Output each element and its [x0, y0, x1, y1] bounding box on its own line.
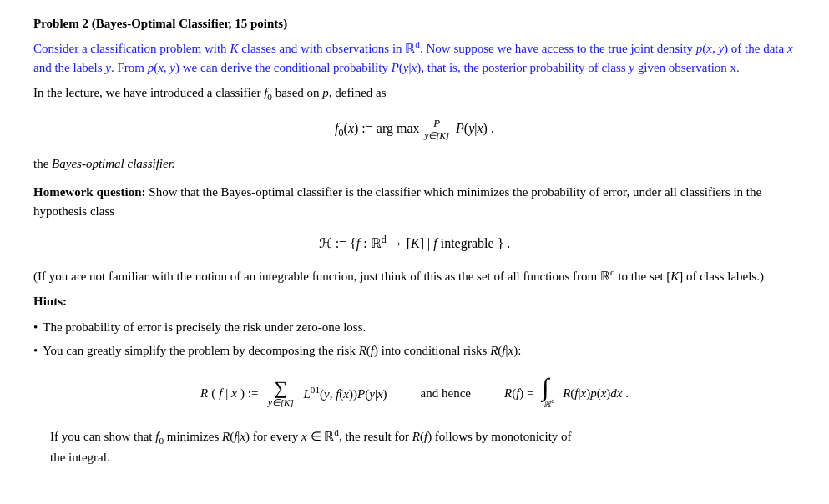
hints-label: Hints:	[33, 292, 796, 311]
bullet-2: •	[33, 341, 38, 360]
formula-risk-left: R(f|x) := ∑ y∈[K] L01(y, f(x))P(y|x)	[200, 379, 387, 408]
bullet-1: •	[33, 318, 38, 337]
hints-section: Hints: • The probability of error is pre…	[33, 292, 796, 360]
paragraph-2: In the lecture, we have introduced a cla…	[33, 83, 796, 104]
formula-risk-row: R(f|x) := ∑ y∈[K] L01(y, f(x))P(y|x) and…	[33, 377, 796, 410]
paragraph-if: (If you are not familiar with the notion…	[33, 265, 796, 286]
formula-H: ℋ := {f : ℝd → [K] | f integrable } .	[33, 234, 796, 251]
problem-title: Problem 2 (Bayes-Optimal Classifier, 15 …	[33, 17, 796, 31]
homework-question: Homework question: Show that the Bayes-o…	[33, 183, 796, 220]
hint-1: • The probability of error is precisely …	[33, 318, 796, 337]
final-paragraph: If you can show that f0 minimizes R(f|x)…	[50, 426, 796, 466]
paragraph-1: Consider a classification problem with K…	[33, 38, 796, 77]
bayes-optimal-label: the Bayes-optimal classifier.	[33, 154, 796, 174]
formula-risk-right: R(f) = ∫ ℝd R(f|x)p(x)dx .	[504, 377, 629, 410]
and-hence-label: and hence	[421, 386, 471, 401]
hint-2: • You can greatly simplify the problem b…	[33, 341, 796, 360]
formula-f0: f0(x) := arg max P y∈[K] P(y|x) ,	[33, 118, 796, 141]
